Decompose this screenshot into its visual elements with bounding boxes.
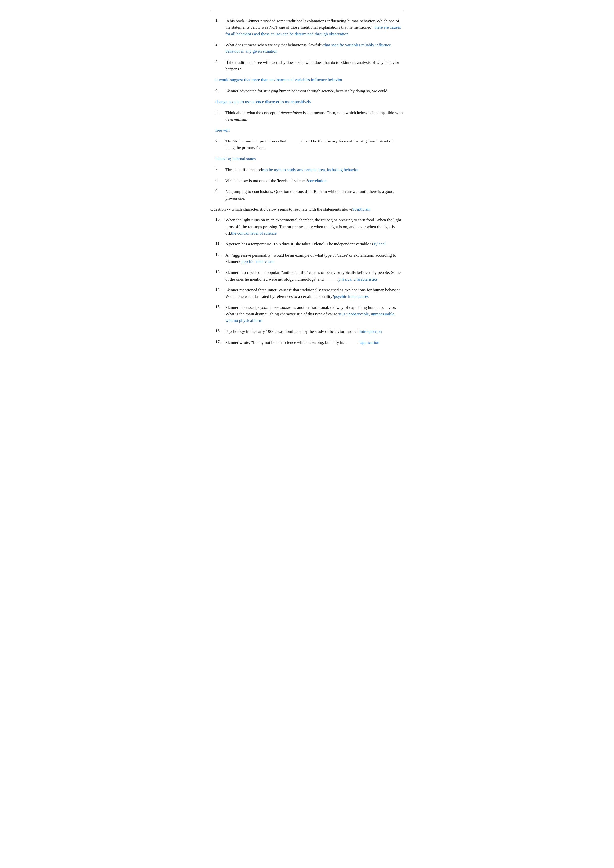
answer-block-4: change people to use science discoveries… bbox=[210, 99, 404, 105]
q10-answer: the control level of science bbox=[231, 231, 277, 236]
question-item-8: 8. Which below is not one of the 'levels… bbox=[210, 178, 404, 184]
q5-italic1: determinism bbox=[281, 110, 302, 115]
question-number-4: 4. bbox=[215, 88, 225, 94]
q4-text-before: Skinner advocated for studying human beh… bbox=[225, 88, 389, 93]
q11-text-before: A person has a temperature. To reduce it… bbox=[225, 242, 373, 246]
q6-text-before: The Skinnerian interpretation is that __… bbox=[225, 139, 400, 150]
question-number-14: 14. bbox=[215, 287, 225, 300]
q16-text-before: Psychology in the early 1900s was domina… bbox=[225, 329, 360, 334]
answer-block-3: it would suggest that more than environm… bbox=[210, 77, 404, 83]
question-item-12: 12. An "aggressive personality" would be… bbox=[210, 252, 404, 265]
question-list: 1. In his book, Skinner provided some tr… bbox=[210, 18, 404, 72]
q5-italic2: determinism bbox=[225, 117, 246, 122]
question-text-5: Think about what the concept of determin… bbox=[225, 110, 404, 123]
q1-text-before: In his book, Skinner provided some tradi… bbox=[225, 19, 399, 30]
q12-answer: psychic inner cause bbox=[241, 259, 274, 264]
answer-block-5: free will bbox=[210, 127, 404, 133]
question-text-16: Psychology in the early 1900s was domina… bbox=[225, 329, 404, 335]
question-item-13: 13. Skinner described some popular, "ant… bbox=[210, 270, 404, 282]
question-number-10: 10. bbox=[215, 217, 225, 237]
question-number-3: 3. bbox=[215, 59, 225, 73]
question-text-3: If the traditional "free will" actually … bbox=[225, 59, 404, 73]
q15-text-before: Skinner discussed bbox=[225, 305, 257, 310]
question-item-14: 14. Skinner mentioned three inner "cause… bbox=[210, 287, 404, 300]
q11-answer: Tylenol bbox=[373, 242, 386, 246]
q3-text-before: If the traditional "free will" actually … bbox=[225, 60, 399, 71]
question-item-17: 17. Skinner wrote, "It may not be that s… bbox=[210, 339, 404, 346]
question-item-6: 6. The Skinnerian interpretation is that… bbox=[210, 138, 404, 151]
question-number-2: 2. bbox=[215, 42, 225, 55]
q5-text-before: Think about what the concept of bbox=[225, 110, 281, 115]
question-text-17: Skinner wrote, "It may not be that scien… bbox=[225, 339, 404, 346]
question-number-5: 5. bbox=[215, 110, 225, 123]
question-text-15: Skinner discussed psychic inner causes a… bbox=[225, 304, 404, 324]
question-9-standalone: Question - - which characteristic below … bbox=[210, 206, 404, 212]
question-text-2: What does it mean when we say that behav… bbox=[225, 42, 404, 55]
question-item-4: 4. Skinner advocated for studying human … bbox=[210, 88, 404, 94]
question-item-5: 5. Think about what the concept of deter… bbox=[210, 110, 404, 123]
q8-answer: correlation bbox=[308, 178, 326, 183]
q15-italic: psychic inner causes bbox=[257, 305, 292, 310]
question-number-16: 16. bbox=[215, 329, 225, 335]
q7-text-before: The scientific method bbox=[225, 167, 262, 172]
question-item-9: 9. Not jumping to conclusions. Question … bbox=[210, 189, 404, 202]
q17-answer: "application bbox=[359, 340, 379, 345]
question-text-1: In his book, Skinner provided some tradi… bbox=[225, 18, 404, 37]
question-list-2: 4. Skinner advocated for studying human … bbox=[210, 88, 404, 94]
question-number-7: 7. bbox=[215, 167, 225, 173]
question-number-11: 11. bbox=[215, 241, 225, 247]
question-item-2: 2. What does it mean when we say that be… bbox=[210, 42, 404, 55]
question-item-3: 3. If the traditional "free will" actual… bbox=[210, 59, 404, 73]
question-number-13: 13. bbox=[215, 270, 225, 282]
question-text-12: An "aggressive personality" would be an … bbox=[225, 252, 404, 265]
question-text-11: A person has a temperature. To reduce it… bbox=[225, 241, 404, 247]
question-list-3: 5. Think about what the concept of deter… bbox=[210, 110, 404, 123]
answer-block-6: behavior; internal states bbox=[210, 156, 404, 162]
q9-standalone-answer: Scepticism bbox=[352, 207, 371, 211]
question-item-10: 10. When the light turns on in an experi… bbox=[210, 217, 404, 237]
q7-answer: can be used to study any content area, i… bbox=[262, 167, 359, 172]
q5-text-mid: is and means. Then, note which below is … bbox=[302, 110, 403, 115]
question-text-9: Not jumping to conclusions. Question dub… bbox=[225, 189, 404, 202]
question-number-6: 6. bbox=[215, 138, 225, 151]
q13-answer: physical characteristics bbox=[339, 277, 378, 282]
q9-text-before: Not jumping to conclusions. Question dub… bbox=[225, 189, 395, 200]
question-text-10: When the light turns on in an experiment… bbox=[225, 217, 404, 237]
question-number-1: 1. bbox=[215, 18, 225, 37]
question-list-6: 10. When the light turns on in an experi… bbox=[210, 217, 404, 346]
question-list-4: 6. The Skinnerian interpretation is that… bbox=[210, 138, 404, 151]
q14-text-before: Skinner mentioned three inner "causes" t… bbox=[225, 288, 401, 299]
question-text-8: Which below is not one of the 'levels' o… bbox=[225, 178, 404, 184]
question-item-1: 1. In his book, Skinner provided some tr… bbox=[210, 18, 404, 37]
question-item-11: 11. A person has a temperature. To reduc… bbox=[210, 241, 404, 247]
q14-answer: psychic inner causes bbox=[334, 294, 368, 299]
question-number-8: 8. bbox=[215, 178, 225, 184]
question-number-12: 12. bbox=[215, 252, 225, 265]
q17-text-before: Skinner wrote, "It may not be that scien… bbox=[225, 340, 359, 345]
question-item-7: 7. The scientific methodcan be used to s… bbox=[210, 167, 404, 173]
question-number-9: 9. bbox=[215, 189, 225, 202]
q2-text-before: What does it mean when we say that behav… bbox=[225, 43, 323, 47]
question-item-16: 16. Psychology in the early 1900s was do… bbox=[210, 329, 404, 335]
top-divider bbox=[210, 10, 404, 10]
question-text-13: Skinner described some popular, "anti-sc… bbox=[225, 270, 404, 282]
question-text-4: Skinner advocated for studying human beh… bbox=[225, 88, 404, 94]
q9-standalone-text: Question - - which characteristic below … bbox=[210, 207, 352, 211]
question-text-14: Skinner mentioned three inner "causes" t… bbox=[225, 287, 404, 300]
question-text-6: The Skinnerian interpretation is that __… bbox=[225, 138, 404, 151]
q16-answer: introspection bbox=[360, 329, 382, 334]
question-list-5: 7. The scientific methodcan be used to s… bbox=[210, 167, 404, 202]
q5-text-after: . bbox=[246, 117, 247, 122]
question-text-7: The scientific methodcan be used to stud… bbox=[225, 167, 404, 173]
question-number-15: 15. bbox=[215, 304, 225, 324]
question-number-17: 17. bbox=[215, 339, 225, 346]
question-item-15: 15. Skinner discussed psychic inner caus… bbox=[210, 304, 404, 324]
q8-text-before: Which below is not one of the 'levels' o… bbox=[225, 178, 308, 183]
